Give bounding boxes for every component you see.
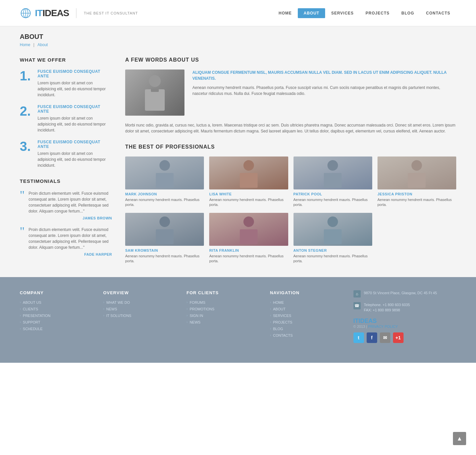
main-nav: HOME ABOUT SERVICES PROJECTS BLOG CONTAC…	[273, 8, 456, 18]
svg-rect-10	[240, 173, 258, 188]
offer-heading-3: FUSCE EUISMOD CONSEQUAT ANTE	[38, 140, 112, 149]
globe-icon	[20, 7, 32, 19]
prof-card-4: JESSICA PRISTON Aenean nonummy hendrerit…	[378, 156, 456, 208]
footer-link-clients[interactable]: ›CLIENTS	[20, 307, 93, 311]
breadcrumb-home[interactable]: Home	[20, 43, 30, 47]
breadcrumb-section: ABOUT Home | About	[0, 26, 476, 50]
offer-heading-1: FUSCE EUISMOD CONSEQUAT ANTE	[38, 69, 112, 78]
nav-about[interactable]: ABOUT	[298, 8, 325, 18]
main-content: WHAT WE OFFER 1. FUSCE EUISMOD CONSEQUAT…	[0, 50, 476, 277]
home-icon: ⌂	[353, 290, 361, 298]
offer-item-2: 2. FUSCE EUISMOD CONSEQUAT ANTE Lorem ip…	[20, 104, 112, 133]
about-top: ALIQUAM CONGUE FERMENTUM NISL, MAURIS AC…	[125, 70, 456, 116]
quote-mark-1: "	[20, 189, 25, 220]
footer-nav-home[interactable]: ›HOME	[270, 300, 343, 304]
prof-photo-2	[209, 156, 288, 189]
testimonial-2: " Proin dictum elementum velit. Fusce eu…	[20, 227, 112, 256]
footer-nav-projects[interactable]: ›PROJECTS	[270, 320, 343, 324]
offer-text-1: Lorem ipsum dolor sit amet con adipisici…	[38, 80, 112, 98]
header: ITIDEAS THE BEST IT CONSULTANT HOME ABOU…	[0, 0, 476, 26]
footer-navigation-title: NAVIGATION	[270, 290, 343, 295]
svg-point-17	[243, 216, 254, 227]
nav-contacts[interactable]: CONTACTS	[420, 8, 456, 18]
footer-link-whatwedo[interactable]: ›WHAT WE DO	[103, 300, 177, 304]
about-body: Aenean nonummy hendrerit mauris. Phasell…	[192, 85, 456, 97]
footer-nav-services[interactable]: ›SERVICES	[270, 314, 343, 318]
facebook-button[interactable]: f	[367, 332, 377, 343]
nav-projects[interactable]: PROJECTS	[360, 8, 396, 18]
prof-desc-3: Aenean nonummy hendrerit mauris. Phasell…	[294, 197, 372, 208]
prof-desc-2: Aenean nonummy hendrerit mauris. Phasell…	[209, 197, 288, 208]
offer-section-title: WHAT WE OFFER	[20, 57, 112, 63]
footer-link-promotions[interactable]: ›PROMOTIONS	[186, 307, 260, 311]
prof-photo-3	[294, 156, 372, 189]
svg-point-19	[327, 216, 338, 227]
offer-item-1: 1. FUSCE EUISMOD CONSEQUAT ANTE Lorem ip…	[20, 69, 112, 98]
footer-nav-contacts[interactable]: ›CONTACTS	[270, 333, 343, 337]
footer-link-schedule[interactable]: ›SCHEDULE	[20, 327, 93, 331]
footer-company-title: COMPANY	[20, 290, 93, 295]
footer-address-text: 9870 St Vincent Place, Glasgow, DC 45 Ft…	[364, 290, 437, 296]
svg-rect-8	[156, 173, 174, 188]
footer-nav-about[interactable]: ›ABOUT	[270, 307, 343, 311]
google-plus-button[interactable]: +1	[393, 332, 404, 343]
breadcrumb: Home | About	[20, 43, 456, 47]
testimonial-text-2: Proin dictum elementum velit. Fusce euis…	[29, 227, 112, 250]
about-title: A FEW WORDS ABOUT US	[125, 57, 456, 63]
footer-link-signin[interactable]: ›SIGN IN	[186, 314, 260, 318]
footer-nav-blog[interactable]: ›BLOG	[270, 327, 343, 331]
svg-point-9	[243, 160, 254, 171]
left-column: WHAT WE OFFER 1. FUSCE EUISMOD CONSEQUAT…	[20, 57, 125, 264]
prof-desc-6: Aenean nonummy hendrerit mauris. Phasell…	[209, 254, 288, 264]
prof-name-3: PATRICK POOL	[294, 192, 372, 196]
svg-rect-20	[324, 229, 342, 244]
footer-fax: FAX: +1 800 889 9898	[364, 307, 410, 313]
prof-name-4: JESSICA PRISTON	[378, 192, 456, 196]
prof-name-7: ANTON STEGNER	[294, 248, 372, 252]
footer-link-presentation[interactable]: ›PRESENTATION	[20, 314, 93, 318]
prof-card-6: RITA FRANKLIN Aenean nonummy hendrerit m…	[209, 213, 288, 264]
prof-card-7: ANTON STEGNER Aenean nonummy hendrerit m…	[294, 213, 372, 264]
offer-text-2: Lorem ipsum dolor sit amet con adipisici…	[38, 115, 112, 133]
email-button[interactable]: ✉	[380, 332, 390, 343]
offer-number-3: 3.	[20, 140, 33, 168]
footer-link-news-overview[interactable]: ›NEWS	[103, 307, 177, 311]
prof-card-3: PATRICK POOL Aenean nonummy hendrerit ma…	[294, 156, 372, 208]
footer-link-forums[interactable]: ›FORUMS	[186, 300, 260, 304]
testimonial-author-2: FADE HARPER	[29, 252, 112, 256]
logo-tagline: THE BEST IT CONSULTANT	[84, 11, 138, 15]
footer-telephone: Telephone. +1 800 603 6035	[364, 302, 410, 308]
footer-overview-title: OVERVIEW	[103, 290, 177, 295]
prof-name-1: MARK JOHNSON	[125, 192, 204, 196]
nav-services[interactable]: SERVICES	[325, 8, 359, 18]
nav-home[interactable]: HOME	[273, 8, 298, 18]
nav-blog[interactable]: BLOG	[396, 8, 420, 18]
svg-point-11	[327, 160, 338, 171]
footer-address: ⌂ 9870 St Vincent Place, Glasgow, DC 45 …	[353, 290, 456, 298]
prof-desc-5: Aenean nonummy hendrerit mauris. Phasell…	[125, 254, 204, 264]
prof-card-1: MARK JOHNSON Aenean nonummy hendrerit ma…	[125, 156, 204, 208]
testimonial-text-1: Proin dictum elementum velit. Fusce euis…	[29, 190, 112, 214]
testimonials-title: TESTIMONIALS	[20, 178, 112, 184]
prof-desc-1: Aenean nonummy hendrerit mauris. Phasell…	[125, 197, 204, 208]
svg-point-15	[159, 216, 170, 227]
svg-rect-14	[408, 173, 426, 188]
prof-photo-4	[378, 156, 456, 189]
offer-number-1: 1.	[20, 69, 33, 98]
logo-divider	[76, 8, 76, 18]
footer-link-aboutus[interactable]: ›ABOUT US	[20, 300, 93, 304]
right-column: A FEW WORDS ABOUT US ALIQUAM CONGUE FERM…	[125, 57, 456, 264]
footer-link-support[interactable]: ›SUPPORT	[20, 320, 93, 324]
svg-rect-5	[145, 89, 165, 111]
page-title: ABOUT	[20, 33, 456, 41]
professionals-title: THE BEST OF PROFESSIONALS	[125, 144, 456, 150]
svg-rect-18	[240, 229, 258, 244]
footer-forclients: FOR CLIENTS ›FORUMS ›PROMOTIONS ›SIGN IN…	[186, 290, 260, 343]
professionals-section: THE BEST OF PROFESSIONALS MARK JOHNSON	[125, 144, 456, 264]
privacy-policy-link[interactable]: PRIVACY POLICY	[368, 325, 398, 328]
footer-link-news-clients[interactable]: ›NEWS	[186, 320, 260, 324]
testimonials-section: TESTIMONIALS " Proin dictum elementum ve…	[20, 178, 112, 256]
footer-link-itsolutions[interactable]: ›IT SOLUTIONS	[103, 314, 177, 318]
breadcrumb-current[interactable]: About	[38, 43, 48, 47]
twitter-button[interactable]: t	[353, 332, 364, 343]
